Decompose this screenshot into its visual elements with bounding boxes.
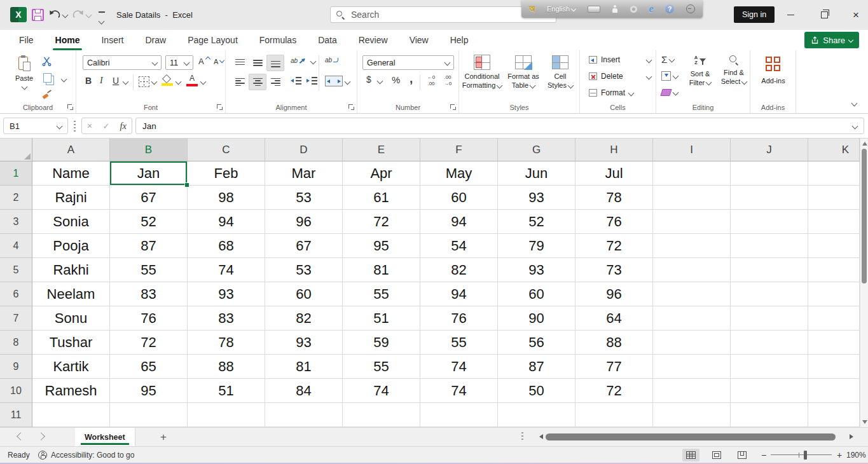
- minimize-langbar-icon[interactable]: [686, 4, 695, 13]
- underline-dropdown-chevron-icon[interactable]: [123, 79, 129, 85]
- cell-E9[interactable]: 55: [343, 355, 420, 379]
- row-header-10[interactable]: 10: [0, 379, 32, 403]
- formula-input[interactable]: Jan: [135, 118, 864, 134]
- orientation-button[interactable]: ab: [291, 57, 305, 64]
- cell-F11[interactable]: [420, 403, 498, 427]
- cell-D4[interactable]: 67: [265, 234, 343, 258]
- row-header-1[interactable]: 1: [0, 161, 32, 186]
- tab-insert[interactable]: Insert: [90, 30, 134, 50]
- fill-color-dropdown-chevron-icon[interactable]: [176, 79, 182, 85]
- merge-dropdown-chevron-icon[interactable]: [345, 79, 351, 85]
- increase-indent-button[interactable]: [307, 77, 317, 85]
- cut-button[interactable]: [42, 57, 52, 66]
- cell-A3[interactable]: Sonia: [32, 210, 110, 234]
- cell-J1[interactable]: [731, 161, 808, 186]
- cell-F9[interactable]: 74: [420, 355, 498, 379]
- cell-H1[interactable]: Jul: [575, 161, 653, 186]
- font-color-dropdown-chevron-icon[interactable]: [200, 79, 207, 85]
- col-header-B[interactable]: B: [110, 139, 188, 161]
- cell-C11[interactable]: [188, 403, 265, 427]
- align-top-button[interactable]: [231, 55, 249, 71]
- fill-color-button[interactable]: [162, 75, 173, 86]
- cell-J3[interactable]: [731, 210, 808, 234]
- cell-H8[interactable]: 88: [575, 331, 653, 355]
- font-name-select[interactable]: Calibri: [83, 55, 162, 70]
- cell-B8[interactable]: 72: [110, 331, 188, 355]
- cell-E11[interactable]: [343, 403, 420, 427]
- cell-D3[interactable]: 96: [265, 210, 343, 234]
- align-right-button[interactable]: [266, 74, 284, 90]
- help-icon[interactable]: ?: [665, 4, 674, 13]
- cell-D9[interactable]: 81: [265, 355, 343, 379]
- cell-B9[interactable]: 65: [110, 355, 188, 379]
- cell-E3[interactable]: 72: [343, 210, 420, 234]
- cell-B11[interactable]: [110, 403, 188, 427]
- scroll-down-button[interactable]: [862, 420, 867, 424]
- cell-B5[interactable]: 55: [110, 258, 188, 282]
- cell-A2[interactable]: Rajni: [32, 186, 110, 210]
- scroll-right-button[interactable]: [850, 434, 853, 439]
- restore-button[interactable]: [815, 0, 834, 30]
- percent-button[interactable]: %: [392, 74, 400, 85]
- increase-decimal-button[interactable]: ←0 .00: [424, 74, 439, 87]
- cell-G11[interactable]: [498, 403, 575, 427]
- cell-G3[interactable]: 52: [498, 210, 575, 234]
- cell-E5[interactable]: 81: [343, 258, 420, 282]
- cell-D11[interactable]: [265, 403, 343, 427]
- col-header-F[interactable]: F: [420, 139, 498, 161]
- align-center-button[interactable]: [249, 74, 266, 90]
- cell-H9[interactable]: 77: [575, 355, 653, 379]
- cell-K11[interactable]: [808, 403, 860, 427]
- cell-A1[interactable]: Name: [32, 161, 110, 186]
- insert-cells-button[interactable]: Insert: [589, 55, 651, 64]
- cell-K6[interactable]: [808, 282, 860, 306]
- decrease-indent-button[interactable]: [291, 77, 301, 85]
- cell-I11[interactable]: [653, 403, 731, 427]
- fill-button[interactable]: [661, 71, 678, 81]
- view-normal-button[interactable]: [682, 449, 699, 461]
- cell-G7[interactable]: 90: [498, 306, 575, 331]
- cell-J7[interactable]: [731, 306, 808, 331]
- row-header-8[interactable]: 8: [0, 331, 32, 355]
- cell-H7[interactable]: 64: [575, 306, 653, 331]
- cell-B3[interactable]: 52: [110, 210, 188, 234]
- col-header-H[interactable]: H: [575, 139, 653, 161]
- col-header-G[interactable]: G: [498, 139, 575, 161]
- cell-F7[interactable]: 76: [420, 306, 498, 331]
- cell-H3[interactable]: 76: [575, 210, 653, 234]
- find-select-button[interactable]: Find & Select: [719, 55, 749, 86]
- cell-K5[interactable]: [808, 258, 860, 282]
- decrease-font-button[interactable]: A: [214, 58, 224, 65]
- row-header-3[interactable]: 3: [0, 210, 32, 234]
- cell-I5[interactable]: [653, 258, 731, 282]
- cell-C5[interactable]: 74: [188, 258, 265, 282]
- format-cells-button[interactable]: Format: [589, 88, 651, 97]
- tab-view[interactable]: View: [399, 30, 439, 50]
- add-ins-button[interactable]: Add-ins: [755, 57, 791, 85]
- row-header-6[interactable]: 6: [0, 282, 32, 306]
- copy-button[interactable]: [43, 73, 66, 85]
- scroll-left-button[interactable]: [539, 434, 543, 439]
- tab-formulas[interactable]: Formulas: [249, 30, 307, 50]
- person-icon[interactable]: [612, 5, 618, 13]
- autosum-button[interactable]: Σ: [661, 54, 674, 65]
- clear-button[interactable]: [661, 89, 678, 96]
- alignment-dialog-launcher[interactable]: [348, 104, 354, 110]
- insert-function-button[interactable]: fx: [120, 121, 126, 132]
- sign-in-button[interactable]: Sign in: [734, 6, 775, 23]
- sheet-tab-worksheet[interactable]: Worksheet: [75, 428, 135, 446]
- cell-G9[interactable]: 87: [498, 355, 575, 379]
- col-header-C[interactable]: C: [188, 139, 265, 161]
- cell-I1[interactable]: [653, 161, 731, 186]
- cell-J8[interactable]: [731, 331, 808, 355]
- formula-bar-gripper[interactable]: [74, 121, 76, 132]
- decrease-decimal-button[interactable]: .00 →0: [440, 74, 455, 87]
- cell-J9[interactable]: [731, 355, 808, 379]
- currency-dropdown-chevron-icon[interactable]: [377, 78, 383, 85]
- col-header-K[interactable]: K: [808, 139, 860, 161]
- collapse-ribbon-button[interactable]: [851, 100, 858, 107]
- cell-I4[interactable]: [653, 234, 731, 258]
- tab-file[interactable]: File: [8, 30, 45, 50]
- row-header-2[interactable]: 2: [0, 186, 32, 210]
- cell-A11[interactable]: [32, 403, 110, 427]
